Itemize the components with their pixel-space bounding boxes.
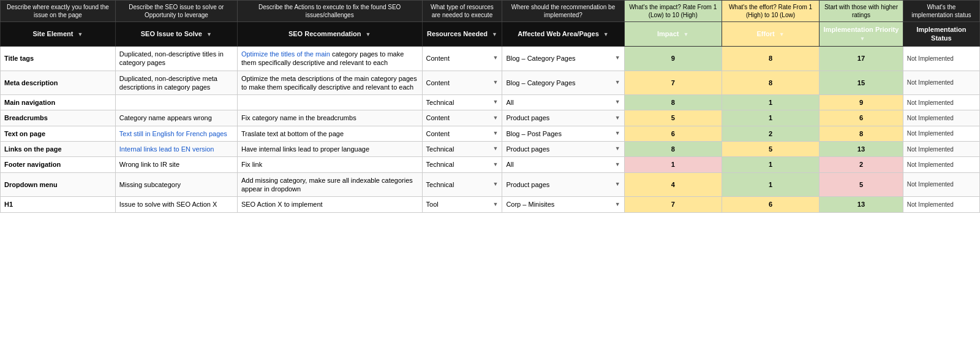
resources-cell: Technical▼ bbox=[422, 157, 502, 172]
filter-icon-affected-area[interactable]: ▼ bbox=[603, 31, 609, 39]
dropdown-arrow[interactable]: ▼ bbox=[615, 130, 620, 137]
table-row: Title tagsDuplicated, non-descriptive ti… bbox=[1, 46, 980, 71]
col-header-site-element[interactable]: Site Element ▼ bbox=[1, 22, 116, 47]
dropdown-arrow[interactable]: ▼ bbox=[492, 181, 498, 188]
site-element-cell: Main navigation bbox=[1, 95, 116, 110]
dropdown-arrow[interactable]: ▼ bbox=[615, 99, 620, 106]
filter-icon-effort[interactable]: ▼ bbox=[779, 31, 785, 39]
header-row: Site Element ▼ SEO Issue to Solve ▼ SEO … bbox=[1, 22, 980, 47]
dropdown-arrow[interactable]: ▼ bbox=[615, 201, 620, 209]
col-header-affected-area[interactable]: Affected Web Area/Pages ▼ bbox=[502, 22, 624, 47]
filter-icon-priority[interactable]: ▼ bbox=[860, 36, 865, 43]
priority-cell: 13 bbox=[820, 142, 903, 157]
col-header-status[interactable]: Implementation Status bbox=[903, 22, 979, 47]
status-cell: Not Implemented bbox=[903, 110, 979, 126]
filter-icon-site-element[interactable]: ▼ bbox=[77, 31, 83, 39]
impact-cell: 6 bbox=[624, 126, 722, 141]
impact-cell: 7 bbox=[624, 197, 722, 212]
table-row: Text on pageText still in English for Fr… bbox=[1, 126, 980, 141]
impact-cell: 9 bbox=[624, 46, 722, 71]
seo-rec-cell: Have internal links lead to proper langu… bbox=[237, 142, 422, 157]
filter-icon-seo-rec[interactable]: ▼ bbox=[366, 31, 371, 39]
impact-cell: 8 bbox=[624, 142, 722, 157]
desc-resources: What type of resources are needed to exe… bbox=[422, 1, 502, 22]
status-cell: Not Implemented bbox=[903, 46, 979, 71]
site-element-cell: Footer navigation bbox=[1, 157, 116, 172]
seo-rec-cell bbox=[237, 95, 422, 110]
affected-area-cell: All▼ bbox=[502, 157, 624, 172]
seo-issue-cell: Internal links lead to EN version bbox=[115, 142, 237, 157]
affected-area-cell: Product pages▼ bbox=[502, 110, 624, 126]
priority-cell: 13 bbox=[820, 197, 903, 212]
priority-cell: 8 bbox=[820, 126, 903, 141]
affected-area-cell: All▼ bbox=[502, 95, 624, 110]
dropdown-arrow[interactable]: ▼ bbox=[615, 145, 620, 153]
desc-site-element: Describe where exactly you found the iss… bbox=[1, 1, 116, 22]
seo-issue-cell: Category name appears wrong bbox=[115, 110, 237, 126]
desc-effort: What's the effort? Rate From 1 (High) to… bbox=[722, 1, 819, 22]
site-element-cell: Text on page bbox=[1, 126, 116, 141]
dropdown-arrow[interactable]: ▼ bbox=[492, 99, 498, 106]
desc-impact: What's the impact? Rate From 1 (Low) to … bbox=[624, 1, 722, 22]
seo-issue-cell: Duplicated, non-descriptive meta descrip… bbox=[115, 71, 237, 95]
dropdown-arrow[interactable]: ▼ bbox=[492, 161, 498, 169]
priority-cell: 2 bbox=[820, 157, 903, 172]
col-header-seo-issue[interactable]: SEO Issue to Solve ▼ bbox=[115, 22, 237, 47]
site-element-cell: H1 bbox=[1, 197, 116, 212]
seo-issue-cell: Issue to solve with SEO Action X bbox=[115, 197, 237, 212]
resources-cell: Content▼ bbox=[422, 46, 502, 71]
seo-issue-cell: Missing subcategory bbox=[115, 172, 237, 197]
status-cell: Not Implemented bbox=[903, 142, 979, 157]
status-cell: Not Implemented bbox=[903, 197, 979, 212]
table-row: Main navigationTechnical▼All▼819Not Impl… bbox=[1, 95, 980, 110]
effort-cell: 5 bbox=[722, 142, 819, 157]
seo-issue-cell: Wrong link to IR site bbox=[115, 157, 237, 172]
desc-priority: Start with those with higher ratings bbox=[820, 1, 903, 22]
col-header-priority[interactable]: Implementation Priority ▼ bbox=[820, 22, 903, 47]
priority-cell: 9 bbox=[820, 95, 903, 110]
table-row: Footer navigationWrong link to IR siteFi… bbox=[1, 157, 980, 172]
dropdown-arrow[interactable]: ▼ bbox=[492, 201, 498, 209]
table-row: Dropdown menuMissing subcategoryAdd miss… bbox=[1, 172, 980, 197]
dropdown-arrow[interactable]: ▼ bbox=[492, 130, 498, 137]
resources-cell: Content▼ bbox=[422, 126, 502, 141]
status-cell: Not Implemented bbox=[903, 95, 979, 110]
dropdown-arrow[interactable]: ▼ bbox=[492, 115, 498, 122]
seo-rec-cell: Add missing category, make sure all inde… bbox=[237, 172, 422, 197]
desc-seo-rec: Describe the Actions to execute to fix t… bbox=[237, 1, 422, 22]
col-header-resources[interactable]: Resources Needed ▼ bbox=[422, 22, 502, 47]
dropdown-arrow[interactable]: ▼ bbox=[615, 115, 620, 122]
affected-area-cell: Corp – Minisites▼ bbox=[502, 197, 624, 212]
site-element-cell: Title tags bbox=[1, 46, 116, 71]
table-body: Title tagsDuplicated, non-descriptive ti… bbox=[1, 46, 980, 212]
dropdown-arrow[interactable]: ▼ bbox=[492, 55, 498, 62]
seo-issue-cell: Duplicated, non-descriptive titles in ca… bbox=[115, 46, 237, 71]
filter-icon-impact[interactable]: ▼ bbox=[684, 31, 689, 39]
dropdown-arrow[interactable]: ▼ bbox=[615, 55, 620, 62]
effort-cell: 8 bbox=[722, 46, 819, 71]
col-header-seo-rec[interactable]: SEO Recommendation ▼ bbox=[237, 22, 422, 47]
dropdown-arrow[interactable]: ▼ bbox=[492, 79, 498, 86]
affected-area-cell: Blog – Category Pages▼ bbox=[502, 46, 624, 71]
table-row: Meta descriptionDuplicated, non-descript… bbox=[1, 71, 980, 95]
filter-icon-seo-issue[interactable]: ▼ bbox=[206, 31, 212, 39]
site-element-cell: Meta description bbox=[1, 71, 116, 95]
dropdown-arrow[interactable]: ▼ bbox=[492, 145, 498, 153]
effort-cell: 8 bbox=[722, 71, 819, 95]
filter-icon-resources[interactable]: ▼ bbox=[492, 31, 497, 39]
table-row: H1Issue to solve with SEO Action XSEO Ac… bbox=[1, 197, 980, 212]
impact-cell: 1 bbox=[624, 157, 722, 172]
resources-cell: Content▼ bbox=[422, 71, 502, 95]
main-table-wrapper: Describe where exactly you found the iss… bbox=[0, 0, 980, 213]
dropdown-arrow[interactable]: ▼ bbox=[615, 79, 620, 86]
impact-cell: 8 bbox=[624, 95, 722, 110]
status-cell: Not Implemented bbox=[903, 172, 979, 197]
dropdown-arrow[interactable]: ▼ bbox=[615, 161, 620, 169]
seo-table: Describe where exactly you found the iss… bbox=[0, 0, 980, 213]
impact-cell: 5 bbox=[624, 110, 722, 126]
col-header-impact[interactable]: Impact ▼ bbox=[624, 22, 722, 47]
col-header-effort[interactable]: Effort ▼ bbox=[722, 22, 819, 47]
status-cell: Not Implemented bbox=[903, 71, 979, 95]
dropdown-arrow[interactable]: ▼ bbox=[615, 181, 620, 188]
site-element-cell: Breadcrumbs bbox=[1, 110, 116, 126]
